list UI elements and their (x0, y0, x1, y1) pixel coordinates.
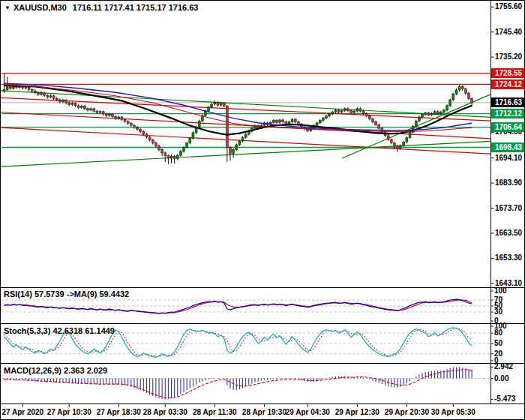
price-tag-support: 1712.12 (491, 109, 525, 118)
x-axis-label: 29 Apr 12:30 (335, 408, 380, 416)
macd-scale-label: 0.00 (494, 374, 508, 382)
rsi-scale-label: 100 (494, 286, 507, 295)
stoch-indicator-label: Stoch(5,3,3) 42.6318 61.1449 (4, 326, 115, 335)
trading-chart-window: ▼XAUUSD,M301716.11 1717.41 1715.17 1716.… (0, 0, 525, 420)
x-axis-label: 28 Apr 11:30 (193, 408, 237, 416)
stoch-scale-label: 50 (494, 339, 502, 347)
rsi-scale-label: 30 (494, 308, 502, 316)
price-tag-support: 1706.64 (491, 122, 525, 132)
x-axis-label: 28 Apr 03:30 (143, 408, 188, 416)
chart-canvas[interactable] (1, 1, 525, 420)
rsi-indicator-label: RSI(14) 57.5739 ->MA(9) 59.4432 (4, 290, 129, 298)
macd-scale-label: -5.473 (494, 394, 515, 403)
y-axis-label: 1663.50 (495, 229, 522, 237)
x-axis-label: 27 Apr 10:30 (47, 408, 92, 416)
x-axis-label: 27 Apr 18:30 (97, 408, 141, 416)
y-axis-label: 1653.30 (495, 254, 522, 262)
y-axis-label: 1735.20 (495, 52, 522, 61)
ohlc-quote: 1716.11 1717.41 1715.17 1716.63 (73, 3, 199, 12)
y-axis-label: 1683.90 (495, 178, 522, 187)
x-axis-label: 29 Apr 20:30 (385, 408, 429, 416)
y-axis-label: 1694.10 (495, 154, 522, 162)
price-tag-resistance: 1724.12 (491, 80, 525, 89)
y-axis-label: 1745.40 (495, 28, 522, 36)
price-tag-current: 1716.63 (491, 98, 525, 107)
macd-scale-label: 2.942 (494, 362, 513, 370)
price-tag-resistance: 1728.55 (491, 68, 525, 78)
symbol-marker-icon: ▼ (4, 4, 10, 11)
chart-title: ▼XAUUSD,M301716.11 1717.41 1715.17 1716.… (4, 3, 198, 12)
y-axis-label: 1755.60 (495, 2, 522, 10)
x-axis-label: 28 Apr 19:30 (242, 408, 286, 416)
macd-indicator-label: MACD(12,26,9) 2.363 2.029 (4, 366, 107, 375)
price-tag-support: 1698.43 (491, 142, 525, 152)
y-axis-label: 1673.70 (495, 204, 522, 212)
x-axis-label: 30 Apr 05:30 (431, 408, 476, 416)
symbol-timeframe: XAUUSD,M30 (14, 3, 67, 12)
x-axis-label: 27 Apr 2020 (2, 408, 44, 416)
x-axis-label: 29 Apr 04:30 (286, 408, 330, 416)
stoch-scale-label: 80 (494, 328, 502, 337)
